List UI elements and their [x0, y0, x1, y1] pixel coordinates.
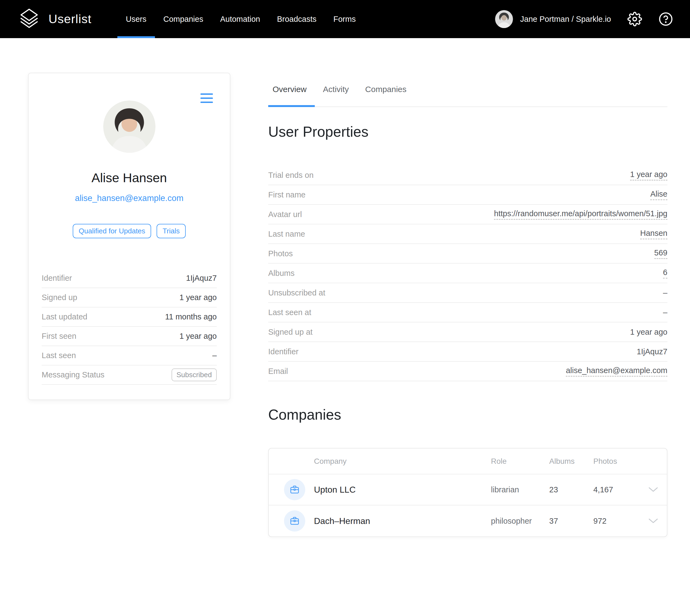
- user-properties-title: User Properties: [268, 123, 667, 140]
- userlist-logo-icon: [17, 7, 41, 31]
- status-badge-subscribed: Subscribed: [172, 369, 217, 381]
- settings-gear-icon[interactable]: [627, 12, 642, 26]
- property-row-trial-ends-on: Trial ends on 1 year ago: [268, 166, 667, 185]
- companies-title: Companies: [268, 406, 667, 423]
- nav-item-automation[interactable]: Automation: [212, 0, 268, 38]
- detail-row-signed-up: Signed up 1 year ago: [42, 288, 217, 307]
- company-photos: 4,167: [593, 485, 640, 494]
- company-role: librarian: [491, 485, 549, 494]
- company-row-upton-llc: Upton LLC librarian 23 4,167: [269, 475, 667, 505]
- property-value-editable[interactable]: Alise: [650, 190, 667, 200]
- property-row-email: Email alise_hansen@example.com: [268, 362, 667, 381]
- user-detail-panel: Overview Activity Companies User Propert…: [268, 73, 667, 537]
- property-row-first-name: First name Alise: [268, 185, 667, 205]
- nav-item-broadcasts[interactable]: Broadcasts: [268, 0, 325, 38]
- chevron-down-icon[interactable]: [648, 487, 658, 492]
- detail-row-last-updated: Last updated 11 months ago: [42, 307, 217, 327]
- detail-row-messaging-status: Messaging Status Subscribed: [42, 366, 217, 385]
- account-avatar[interactable]: [495, 10, 513, 28]
- chevron-down-icon[interactable]: [648, 518, 658, 524]
- user-email-link[interactable]: alise_hansen@example.com: [42, 193, 217, 203]
- brand[interactable]: Userlist: [17, 7, 91, 31]
- property-value: 1IjAquz7: [637, 347, 667, 356]
- property-value-editable[interactable]: alise_hansen@example.com: [566, 366, 667, 377]
- companies-table-header: Company Role Albums Photos: [269, 448, 667, 475]
- company-photos: 972: [593, 516, 640, 526]
- detail-tabs: Overview Activity Companies: [268, 73, 667, 107]
- property-value: 1 year ago: [630, 328, 667, 336]
- column-header-photos: Photos: [593, 457, 640, 466]
- property-value-editable[interactable]: 569: [654, 248, 667, 259]
- property-value-editable[interactable]: 6: [663, 268, 667, 279]
- briefcase-icon: [284, 510, 305, 532]
- property-value-editable[interactable]: 1 year ago: [630, 170, 667, 180]
- column-header-albums: Albums: [549, 457, 593, 466]
- help-icon[interactable]: [659, 12, 673, 26]
- briefcase-icon: [284, 479, 305, 500]
- company-role: philosopher: [491, 516, 549, 526]
- property-value: –: [663, 288, 667, 298]
- property-value-editable[interactable]: https://randomuser.me/api/portraits/wome…: [494, 209, 667, 220]
- main-nav-items: Users Companies Automation Broadcasts Fo…: [117, 0, 364, 38]
- badge-trials[interactable]: Trials: [157, 224, 186, 238]
- user-avatar: [103, 101, 155, 153]
- property-row-albums: Albums 6: [268, 264, 667, 283]
- brand-name: Userlist: [48, 12, 91, 26]
- property-value-editable[interactable]: Hansen: [640, 229, 667, 239]
- detail-row-first-seen: First seen 1 year ago: [42, 327, 217, 346]
- nav-item-forms[interactable]: Forms: [325, 0, 364, 38]
- company-albums: 37: [549, 516, 593, 526]
- property-row-unsubscribed-at: Unsubscribed at –: [268, 283, 667, 303]
- column-header-role: Role: [491, 457, 549, 466]
- tab-activity[interactable]: Activity: [315, 85, 357, 107]
- segment-badges: Qualified for Updates Trials: [42, 224, 217, 238]
- property-row-last-seen-at: Last seen at –: [268, 303, 667, 323]
- company-row-dach-herman: Dach–Herman philosopher 37 972: [269, 505, 667, 536]
- user-profile-card: Alise Hansen alise_hansen@example.com Qu…: [28, 73, 230, 400]
- user-summary-list: Identifier 1IjAquz7 Signed up 1 year ago…: [42, 269, 217, 385]
- companies-table: Company Role Albums Photos Upton LLC lib…: [268, 448, 667, 537]
- detail-row-last-seen: Last seen –: [42, 346, 217, 366]
- company-name-link[interactable]: Dach–Herman: [314, 516, 491, 526]
- page-content: Alise Hansen alise_hansen@example.com Qu…: [0, 38, 690, 537]
- detail-row-identifier: Identifier 1IjAquz7: [42, 269, 217, 288]
- property-row-photos: Photos 569: [268, 244, 667, 264]
- nav-item-companies[interactable]: Companies: [155, 0, 212, 38]
- top-nav: Userlist Users Companies Automation Broa…: [0, 0, 690, 38]
- company-albums: 23: [549, 485, 593, 494]
- nav-right: Jane Portman / Sparkle.io: [495, 10, 673, 28]
- nav-item-users[interactable]: Users: [117, 0, 155, 38]
- user-properties-table: Trial ends on 1 year ago First name Alis…: [268, 166, 667, 381]
- user-name: Alise Hansen: [42, 170, 217, 185]
- badge-qualified-for-updates[interactable]: Qualified for Updates: [73, 224, 151, 238]
- property-row-identifier: Identifier 1IjAquz7: [268, 342, 667, 362]
- card-menu-icon[interactable]: [200, 93, 213, 103]
- company-name-link[interactable]: Upton LLC: [314, 485, 491, 495]
- property-row-signed-up-at: Signed up at 1 year ago: [268, 323, 667, 342]
- property-row-last-name: Last name Hansen: [268, 224, 667, 244]
- property-value: –: [663, 308, 667, 317]
- account-name[interactable]: Jane Portman / Sparkle.io: [520, 15, 611, 24]
- tab-companies[interactable]: Companies: [357, 85, 415, 107]
- tab-overview[interactable]: Overview: [268, 85, 315, 107]
- property-row-avatar-url: Avatar url https://randomuser.me/api/por…: [268, 205, 667, 224]
- column-header-company: Company: [314, 457, 491, 466]
